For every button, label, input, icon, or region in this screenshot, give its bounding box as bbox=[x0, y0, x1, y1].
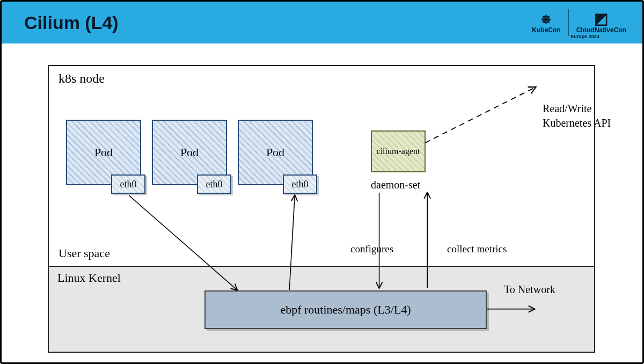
pod-box: Pod eth0 bbox=[238, 120, 313, 185]
pod-eth0-box: eth0 bbox=[283, 174, 317, 194]
pod-label: Pod bbox=[266, 145, 284, 159]
cncf-icon: ◩ bbox=[594, 11, 608, 26]
conference-logos: ⎈ KubeCon ◩ CloudNativeCon bbox=[532, 9, 626, 36]
diagram-canvas: k8s node User space Linux Kernel ebpf ro… bbox=[2, 43, 642, 362]
ebpf-label: ebpf routines/maps (L3/L4) bbox=[280, 303, 411, 317]
svg-line-4 bbox=[425, 88, 535, 143]
pod-eth0-label: eth0 bbox=[206, 179, 223, 190]
linux-kernel-box: Linux Kernel ebpf routines/maps (L3/L4) bbox=[49, 266, 594, 352]
conference-subtitle: Europe 2024 bbox=[539, 34, 631, 39]
linux-kernel-label: Linux Kernel bbox=[57, 271, 121, 285]
pod-eth0-label: eth0 bbox=[292, 179, 309, 190]
kubecon-logo: ⎈ KubeCon bbox=[532, 11, 560, 34]
pod-label: Pod bbox=[180, 145, 199, 159]
cilium-agent-box: cilium-agent bbox=[371, 130, 426, 172]
slide-title: Cilium (L4) bbox=[24, 12, 119, 33]
to-network-annotation: To Network bbox=[504, 283, 555, 296]
pod-box: Pod eth0 bbox=[66, 120, 141, 185]
kubernetes-icon: ⎈ bbox=[541, 11, 551, 26]
pod-box: Pod eth0 bbox=[152, 120, 227, 185]
userspace-label: User space bbox=[58, 246, 110, 260]
cilium-agent-label: cilium-agent bbox=[377, 147, 420, 156]
pod-eth0-box: eth0 bbox=[197, 174, 231, 194]
cloudnativecon-logo: ◩ CloudNativeCon bbox=[576, 11, 626, 34]
kubecon-label: KubeCon bbox=[532, 26, 560, 34]
collect-metrics-annotation: collect metrics bbox=[447, 243, 507, 255]
logo-separator bbox=[568, 9, 569, 36]
k8s-node-label: k8s node bbox=[58, 71, 105, 86]
k8s-node-box: k8s node User space Linux Kernel ebpf ro… bbox=[48, 65, 595, 353]
pod-eth0-label: eth0 bbox=[120, 179, 137, 190]
slide-header: Cilium (L4) ⎈ KubeCon ◩ CloudNativeCon E… bbox=[2, 2, 642, 43]
pod-eth0-box: eth0 bbox=[111, 174, 145, 194]
pod-label: Pod bbox=[94, 145, 113, 159]
rw-api-annotation: Read/Write Kubernetes API bbox=[543, 101, 611, 130]
cloudnativecon-label: CloudNativeCon bbox=[576, 26, 626, 34]
configures-annotation: configures bbox=[350, 243, 393, 255]
ebpf-box: ebpf routines/maps (L3/L4) bbox=[204, 290, 487, 329]
daemonset-label: daemon-set bbox=[371, 179, 420, 191]
